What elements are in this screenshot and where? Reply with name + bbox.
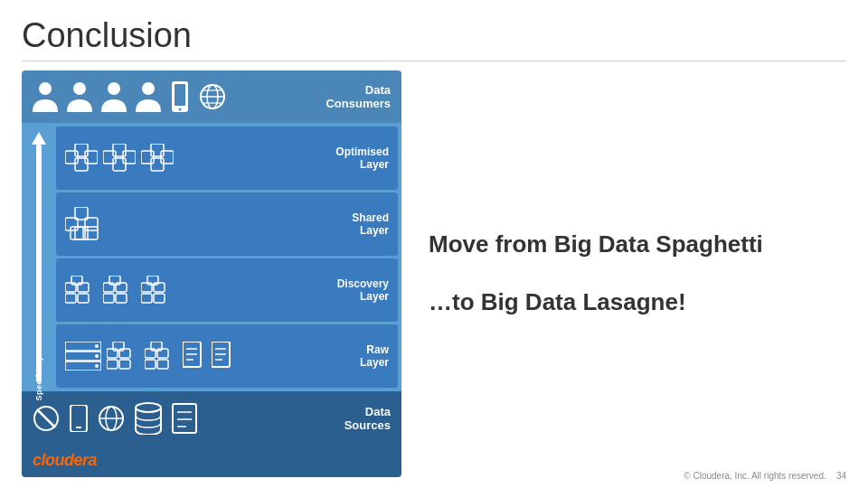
svg-rect-21 (151, 144, 164, 156)
slide-page: Conclusion (0, 0, 868, 488)
shared-icons (65, 207, 105, 241)
mobile-icon-ds (69, 405, 89, 432)
raw-icons (65, 342, 235, 371)
lasagne-text: …to Big Data Lasagne! (429, 287, 837, 318)
svg-rect-27 (75, 227, 88, 239)
database-icon-ds (134, 402, 163, 435)
svg-point-76 (136, 403, 161, 412)
svg-point-6 (179, 108, 182, 111)
speed-arrow-col: Speed Layer (22, 123, 56, 391)
svg-point-1 (73, 82, 86, 95)
globe-icon-ds (98, 405, 125, 432)
discovery-label: Discovery Layer (337, 277, 389, 303)
svg-rect-22 (161, 151, 174, 164)
svg-rect-15 (75, 158, 88, 171)
shared-label: Shared Layer (352, 211, 389, 237)
cluster-icon-opt-1 (65, 144, 98, 173)
page-number: 34 (836, 471, 846, 481)
person-icon-4 (136, 81, 161, 112)
right-text-area: Move from Big Data Spaghetti …to Big Dat… (420, 70, 846, 477)
data-consumers-row: Data Consumers (22, 70, 401, 123)
content-area: Data Consumers Speed Layer (22, 70, 846, 477)
raw-label: Raw Layer (360, 343, 389, 369)
layers-block: Speed Layer (22, 123, 401, 391)
cluster-icon-opt-3 (141, 144, 174, 173)
svg-rect-12 (65, 151, 78, 164)
cloudera-logo: cloudera (33, 451, 97, 470)
data-sources-row: Data Sources (22, 391, 401, 446)
svg-rect-33 (65, 294, 76, 303)
svg-rect-60 (157, 360, 168, 369)
svg-rect-23 (151, 158, 164, 171)
svg-rect-13 (75, 144, 88, 156)
svg-rect-20 (141, 151, 154, 164)
svg-rect-14 (85, 151, 98, 164)
phone-icon (170, 81, 190, 112)
cluster-icon-disc-1 (65, 276, 98, 305)
slide-footer: © Cloudera, Inc. All rights reserved. 34 (684, 471, 846, 481)
svg-point-3 (142, 82, 155, 95)
dc-label: Data Consumers (326, 83, 391, 110)
server-icon-raw (65, 342, 101, 371)
svg-rect-18 (123, 151, 136, 164)
dc-icons (33, 81, 226, 112)
svg-rect-59 (145, 360, 156, 369)
svg-point-0 (39, 82, 52, 95)
svg-rect-19 (113, 158, 126, 171)
globe-icon (199, 83, 226, 110)
spaghetti-text: Move from Big Data Spaghetti (429, 230, 837, 260)
slide-title: Conclusion (22, 16, 846, 61)
optimised-layer-row: Optimised Layer (56, 127, 398, 190)
svg-rect-44 (154, 294, 165, 303)
shared-layer-row: Shared Layer (56, 192, 398, 256)
cluster-icon-opt-2 (103, 144, 136, 173)
svg-rect-16 (103, 151, 116, 164)
discovery-icons (65, 276, 174, 305)
svg-point-48 (95, 344, 99, 348)
cloudera-footer: cloudera (22, 446, 401, 477)
svg-point-2 (108, 82, 120, 95)
discovery-layer-row: Discovery Layer (56, 258, 398, 322)
svg-point-49 (95, 354, 99, 358)
person-icon-2 (67, 81, 92, 112)
cluster-icon-disc-2 (103, 276, 136, 305)
person-icon-1 (33, 81, 58, 112)
svg-rect-38 (103, 294, 114, 303)
svg-rect-39 (116, 294, 127, 303)
svg-rect-43 (141, 294, 152, 303)
ds-label: Data Sources (344, 405, 391, 432)
svg-rect-54 (107, 360, 118, 369)
svg-rect-29 (85, 227, 98, 239)
raw-layer-row: Raw Layer (56, 324, 398, 388)
layers-content: Optimised Layer (56, 123, 401, 391)
person-icon-3 (101, 81, 127, 112)
copyright-text: © Cloudera, Inc. All rights reserved. (684, 471, 826, 481)
optimised-icons (65, 144, 174, 173)
svg-rect-34 (78, 294, 89, 303)
ds-icons (33, 402, 197, 435)
speed-label: Speed Layer (34, 347, 43, 400)
svg-rect-28 (71, 227, 83, 239)
svg-rect-55 (119, 360, 130, 369)
file-icon-raw (183, 342, 206, 371)
file-icon-raw-2 (212, 342, 235, 371)
cluster-icon-disc-3 (141, 276, 174, 305)
doc-icon-ds (172, 403, 197, 434)
optimised-label: Optimised Layer (335, 145, 389, 171)
diagram: Data Consumers Speed Layer (22, 70, 401, 477)
svg-rect-5 (175, 84, 185, 106)
no-entry-icon (33, 405, 60, 432)
svg-rect-77 (173, 404, 196, 433)
arrow-up-icon (32, 132, 46, 145)
cluster-icon-raw-3 (145, 342, 177, 371)
svg-rect-17 (113, 144, 126, 156)
cluster-icon-raw-2 (107, 342, 139, 371)
cluster-icon-sh-1 (65, 207, 105, 241)
svg-point-50 (95, 364, 99, 368)
svg-line-70 (37, 409, 55, 427)
